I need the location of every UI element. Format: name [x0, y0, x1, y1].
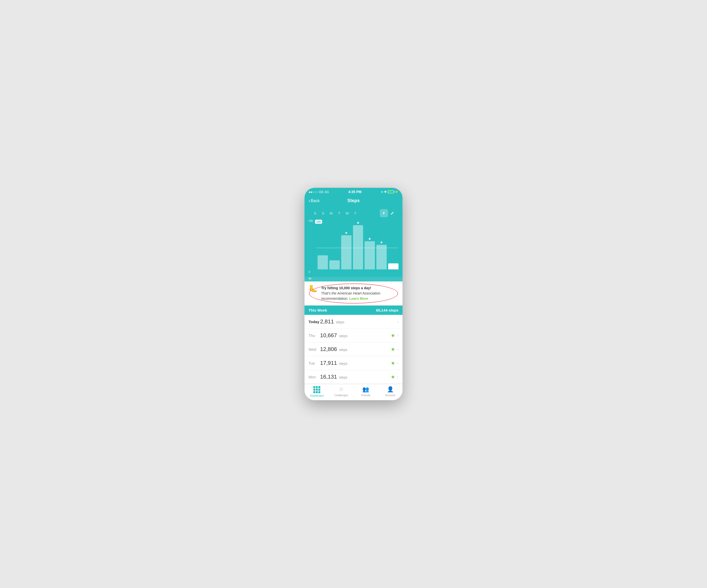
- charging-icon: ⚡: [395, 190, 399, 193]
- bar-thursday: ★: [376, 219, 387, 269]
- step-row-tue[interactable]: Tue 17,911 steps ★ ›: [304, 356, 403, 370]
- account-icon: 👤: [387, 386, 394, 393]
- bar-sunday2: [329, 219, 340, 269]
- week-label: This Week: [308, 308, 327, 312]
- day-t1: T: [335, 211, 343, 215]
- tip-text: Try hitting 10,000 steps a day! That's t…: [321, 286, 399, 301]
- back-chevron-icon: ‹: [308, 198, 310, 204]
- step-row-mon[interactable]: Mon 16,131 steps ★ ›: [304, 370, 403, 384]
- status-time: 4:35 PM: [348, 190, 362, 194]
- bar-sunday1: [317, 219, 328, 269]
- bar-monday: ★: [341, 219, 351, 269]
- y-label-9k-bottom: 9k: [304, 277, 403, 282]
- step-row-thu[interactable]: Thu 10,667 steps ★ ›: [304, 329, 403, 342]
- day-m: M: [327, 211, 335, 215]
- battery-icon: [388, 190, 394, 193]
- star-mon: ★: [391, 374, 395, 380]
- chevron-mon: ›: [397, 375, 399, 379]
- footprint-icon: 🦶: [308, 286, 317, 293]
- star-tue: ★: [391, 360, 395, 366]
- star-thu: ★: [391, 332, 395, 338]
- star-wed: ★: [391, 346, 395, 352]
- star-monday: ★: [345, 231, 348, 235]
- bluetooth-icon: ✱: [384, 190, 387, 193]
- steps-chart: S S M T W T F ⤢ 18k 10k: [304, 207, 403, 277]
- bar-today: [388, 219, 399, 269]
- steps-list: Today 2,811 steps › Thu 10,667 steps ★ ›…: [304, 315, 403, 384]
- chevron-thu: ›: [397, 333, 399, 338]
- location-icon: ➤: [381, 190, 383, 193]
- step-day-mon: Mon: [308, 375, 320, 379]
- step-day-thu: Thu: [308, 333, 320, 338]
- status-carrier: ●●○○○ EE 4G: [308, 190, 329, 194]
- chevron-wed: ›: [397, 347, 399, 352]
- day-t2: T: [351, 211, 359, 215]
- page-title: Steps: [347, 198, 360, 204]
- step-count-thu: 10,667 steps: [320, 332, 391, 339]
- y-label-zero: 0: [308, 270, 310, 273]
- bar-wednesday: ★: [365, 219, 375, 269]
- step-day-tue: Tue: [308, 361, 320, 365]
- chevron-today: ›: [397, 319, 399, 324]
- nav-friends[interactable]: 👥 Friends: [354, 386, 378, 397]
- week-total: 65,144 steps: [376, 308, 399, 312]
- dashboard-icon: [313, 386, 320, 393]
- chart-header: S S M T W T F ⤢: [308, 209, 399, 217]
- y-axis-labels: 18k: [308, 219, 316, 269]
- nav-bar: ‹ Back Steps: [304, 195, 403, 207]
- week-header: This Week 65,144 steps: [304, 305, 403, 315]
- chart-body: 18k 10k ★: [308, 219, 399, 274]
- day-w: W: [343, 211, 351, 215]
- star-tuesday: ★: [357, 221, 360, 225]
- bar-tuesday: ★: [353, 219, 363, 269]
- nav-friends-label: Friends: [361, 394, 370, 397]
- phone-frame: ●●○○○ EE 4G 4:35 PM ➤ ✱ ⚡ ‹ Back Steps S…: [304, 188, 403, 400]
- chevron-tue: ›: [397, 361, 399, 365]
- friends-icon: 👥: [362, 386, 369, 393]
- nav-challenges-label: Challenges: [334, 394, 348, 397]
- nav-account-label: Account: [385, 394, 395, 397]
- step-count-today: 2,811 steps: [320, 318, 397, 325]
- step-count-tue: 17,911 steps: [320, 360, 391, 366]
- bottom-nav: Dashboard ☆ Challenges 👥 Friends 👤 Accou…: [304, 384, 403, 400]
- bars-container: ★ ★ ★ ★: [308, 219, 399, 274]
- nav-dashboard-label: Dashboard: [310, 394, 324, 397]
- status-bar: ●●○○○ EE 4G 4:35 PM ➤ ✱ ⚡: [304, 188, 403, 195]
- star-thursday: ★: [380, 240, 383, 244]
- learn-more-link[interactable]: Learn More: [349, 296, 368, 300]
- nav-dashboard[interactable]: Dashboard: [304, 386, 329, 397]
- nav-account[interactable]: 👤 Account: [378, 386, 403, 397]
- step-count-wed: 12,806 steps: [320, 346, 391, 353]
- back-button[interactable]: ‹ Back: [308, 198, 319, 204]
- day-s1: S: [311, 211, 319, 215]
- challenges-icon: ☆: [339, 386, 344, 393]
- fitbit-f-button[interactable]: F: [380, 209, 388, 217]
- tip-card: 🦶 Try hitting 10,000 steps a day! That's…: [304, 282, 403, 305]
- step-row-today[interactable]: Today 2,811 steps ›: [304, 315, 403, 329]
- back-label: Back: [311, 198, 320, 203]
- step-day-today: Today: [308, 320, 320, 324]
- carrier-text: ●●○○○ EE 4G: [308, 190, 329, 194]
- status-icons: ➤ ✱ ⚡: [381, 190, 399, 193]
- tip-bold-text: Try hitting 10,000 steps a day!: [321, 286, 371, 290]
- expand-button[interactable]: ⤢: [388, 209, 396, 217]
- step-count-mon: 16,131 steps: [320, 374, 391, 380]
- step-day-wed: Wed: [308, 347, 320, 352]
- nav-challenges[interactable]: ☆ Challenges: [329, 386, 354, 397]
- star-wednesday: ★: [368, 237, 371, 241]
- day-s2: S: [319, 211, 327, 215]
- step-row-wed[interactable]: Wed 12,806 steps ★ ›: [304, 342, 403, 356]
